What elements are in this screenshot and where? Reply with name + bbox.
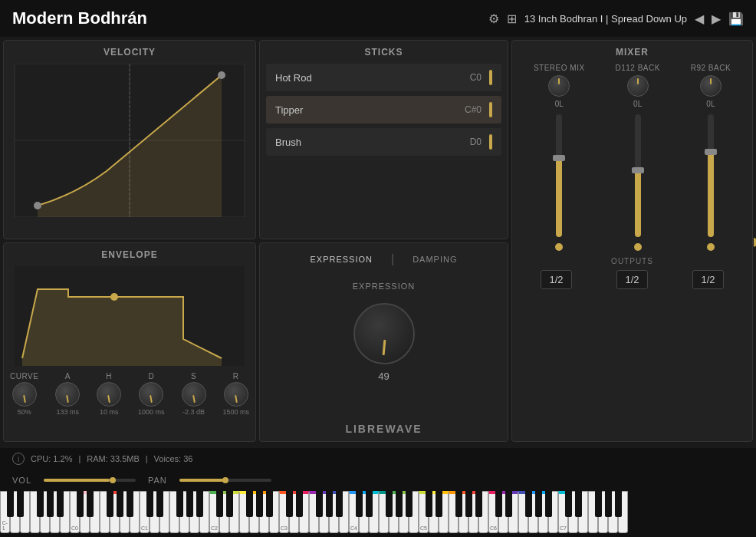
- black-key-C5-4[interactable]: [475, 491, 482, 517]
- fader-track-2[interactable]: [708, 114, 714, 237]
- black-key-C-1-4[interactable]: [57, 491, 64, 517]
- channel-knob-2[interactable]: [700, 75, 721, 97]
- black-key-C4-2[interactable]: [386, 491, 393, 517]
- black-key-C7-3[interactable]: [605, 491, 612, 517]
- status-bar: i CPU: 1.2% | RAM: 33.5MB | Voices: 36: [0, 448, 756, 469]
- channel-knob-0[interactable]: [548, 75, 570, 97]
- env-knob-curve[interactable]: [12, 382, 37, 407]
- black-key-C5-3[interactable]: [465, 491, 472, 517]
- envelope-canvas[interactable]: [10, 266, 249, 366]
- gear-icon[interactable]: ⚙: [488, 12, 499, 26]
- black-key-C6-1[interactable]: [505, 491, 512, 517]
- black-key-C5-1[interactable]: [436, 491, 442, 517]
- mixer-channels: STEREO MIX 0L D112 BACK 0L: [518, 64, 746, 251]
- black-key-C7-1[interactable]: [575, 491, 582, 517]
- fader-thumb-0[interactable]: [553, 155, 565, 161]
- black-key-C6-2[interactable]: [525, 491, 532, 517]
- velocity-canvas[interactable]: [10, 64, 249, 217]
- black-key-C2-3[interactable]: [256, 491, 263, 517]
- pan-slider[interactable]: [179, 479, 271, 482]
- black-key-C1-4[interactable]: [196, 491, 203, 517]
- main-grid: VELOCITY: [0, 37, 756, 448]
- black-key-C2-2[interactable]: [246, 491, 253, 517]
- envelope-panel: ENVELOPE CURVE 50% A 133 ms: [3, 242, 256, 442]
- black-key-C0-1[interactable]: [87, 491, 94, 517]
- black-key-C0-3[interactable]: [117, 491, 123, 517]
- black-key-C1-3[interactable]: [186, 491, 193, 517]
- black-key-C-1-0[interactable]: [7, 491, 14, 517]
- black-key-C-1-1[interactable]: [17, 491, 24, 517]
- stick-bar-1: [489, 102, 492, 117]
- fader-thumb-1[interactable]: [632, 167, 644, 173]
- vol-thumb[interactable]: [110, 477, 116, 483]
- fader-track-0[interactable]: [556, 114, 562, 237]
- black-key-C3-1[interactable]: [296, 491, 303, 517]
- sticks-list: Hot Rod C0 Tipper C#0 Brush D0: [266, 64, 501, 156]
- channel-knob-1[interactable]: [627, 75, 649, 97]
- black-key-C7-0[interactable]: [565, 491, 572, 517]
- fader-track-1[interactable]: [635, 114, 641, 237]
- black-key-C6-3[interactable]: [535, 491, 542, 517]
- status-sep2: |: [146, 454, 148, 463]
- black-key-C-1-3[interactable]: [47, 491, 54, 517]
- black-key-C5-2[interactable]: [455, 491, 462, 517]
- black-key-C0-0[interactable]: [77, 491, 84, 517]
- env-knob-h[interactable]: [97, 382, 121, 407]
- expression-knob[interactable]: [353, 303, 415, 364]
- grid-icon[interactable]: ⊞: [507, 12, 517, 26]
- stick-hot-rod[interactable]: Hot Rod C0: [266, 64, 501, 91]
- next-icon[interactable]: ▶: [712, 12, 721, 26]
- fader-thumb-2[interactable]: [705, 149, 717, 155]
- output-box-0[interactable]: 1/2: [541, 270, 571, 289]
- black-key-C-1-2[interactable]: [37, 491, 44, 517]
- black-key-C5-0[interactable]: [426, 491, 432, 517]
- black-key-C0-4[interactable]: [127, 491, 133, 517]
- env-param-r: R 1500 ms: [222, 372, 249, 416]
- env-val-1: 133 ms: [56, 408, 79, 416]
- expression-knob-area: EXPRESSION 49: [266, 282, 501, 382]
- black-key-C3-2[interactable]: [316, 491, 323, 517]
- black-key-C2-4[interactable]: [266, 491, 273, 517]
- black-key-C4-0[interactable]: [356, 491, 363, 517]
- black-key-C1-0[interactable]: [146, 491, 153, 517]
- pan-thumb[interactable]: [222, 477, 228, 483]
- vol-slider[interactable]: [44, 479, 136, 482]
- key-label-C5: C5: [420, 525, 427, 531]
- black-key-C4-1[interactable]: [366, 491, 373, 517]
- env-param-s: S -2.3 dB: [182, 372, 206, 416]
- key-label-C0: C0: [71, 525, 78, 531]
- black-key-C6-4[interactable]: [545, 491, 552, 517]
- env-knob-s[interactable]: [182, 382, 206, 407]
- black-key-C1-2[interactable]: [176, 491, 183, 517]
- env-knob-a[interactable]: [55, 382, 80, 407]
- stick-brush[interactable]: Brush D0: [266, 128, 501, 156]
- stick-tipper[interactable]: Tipper C#0: [266, 96, 501, 124]
- black-key-C0-2[interactable]: [107, 491, 113, 517]
- stick-name-0: Hot Rod: [275, 72, 470, 84]
- tab-damping[interactable]: DAMPING: [394, 252, 475, 267]
- env-knob-d[interactable]: [139, 382, 163, 407]
- black-key-C4-4[interactable]: [406, 491, 413, 517]
- prev-icon[interactable]: ◀: [695, 12, 704, 26]
- black-key-C3-3[interactable]: [326, 491, 333, 517]
- piano-octave-C6: C6: [488, 491, 558, 533]
- save-icon[interactable]: 💾: [728, 12, 744, 26]
- black-key-C3-4[interactable]: [336, 491, 343, 517]
- tab-expression[interactable]: EXPRESSION: [291, 252, 391, 267]
- black-key-C7-4[interactable]: [615, 491, 622, 517]
- info-icon: i: [12, 453, 25, 465]
- black-key-C6-0[interactable]: [495, 491, 502, 517]
- black-key-C2-0[interactable]: [216, 491, 223, 517]
- output-box-1[interactable]: 1/2: [616, 270, 647, 289]
- stick-name-2: Brush: [275, 137, 470, 148]
- env-knob-r[interactable]: [224, 382, 248, 407]
- black-key-C4-3[interactable]: [396, 491, 403, 517]
- env-val-4: -2.3 dB: [182, 408, 205, 416]
- black-key-C2-1[interactable]: [226, 491, 233, 517]
- output-box-2[interactable]: 1/2: [692, 270, 723, 289]
- black-key-C1-1[interactable]: [156, 491, 163, 517]
- key-label-C2: C2: [211, 525, 218, 531]
- outputs-label: OUTPUTS: [518, 257, 746, 265]
- black-key-C3-0[interactable]: [286, 491, 293, 517]
- black-key-C7-2[interactable]: [595, 491, 602, 517]
